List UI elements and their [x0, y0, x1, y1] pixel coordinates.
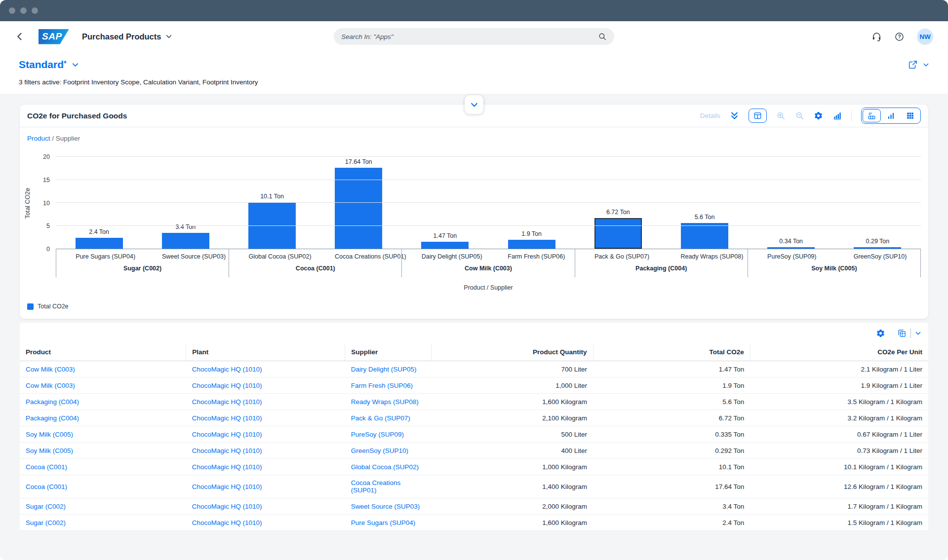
cell-link[interactable]: Soy Milk (C005)	[26, 431, 73, 438]
x-axis-group: Pure Sugars (SUP04)Sweet Source (SUP03)S…	[56, 249, 229, 277]
cell-link[interactable]: Cow Milk (C003)	[26, 382, 75, 389]
cell-link[interactable]: ChocoMagic HQ (1010)	[192, 447, 262, 454]
view-switch-segmented-control	[861, 108, 921, 124]
cell-link[interactable]: Soy Milk (C005)	[26, 447, 73, 454]
details-button[interactable]: Details	[700, 112, 720, 119]
zoom-in-icon[interactable]	[776, 111, 786, 120]
search-input[interactable]: Search In: "Apps"	[334, 28, 614, 45]
cell-link[interactable]: ChocoMagic HQ (1010)	[192, 398, 262, 406]
cell-link[interactable]: ChocoMagic HQ (1010)	[192, 503, 262, 510]
app-title-menu[interactable]: Purchased Products	[82, 32, 172, 41]
bar[interactable]	[421, 242, 469, 249]
cell-link[interactable]: Packaging (C004)	[26, 398, 79, 406]
cell-link[interactable]: ChocoMagic HQ (1010)	[192, 431, 262, 438]
chevron-down-icon[interactable]	[72, 61, 79, 69]
cell-link[interactable]: Ready Wraps (SUP08)	[351, 398, 419, 406]
cell-value: 2.4 Ton	[593, 515, 750, 531]
cell-link[interactable]: ChocoMagic HQ (1010)	[192, 483, 262, 490]
bar[interactable]	[767, 247, 815, 249]
chevron-down-icon	[470, 101, 478, 109]
gridline	[56, 225, 921, 226]
support-headset-icon[interactable]	[871, 32, 882, 42]
x-axis-category-label: Cocoa (C001)	[229, 260, 401, 277]
table-row[interactable]: Sugar (C002)ChocoMagic HQ (1010)Sweet So…	[20, 498, 928, 515]
column-header[interactable]: Product	[20, 343, 186, 361]
cell-link[interactable]: Sugar (C002)	[26, 503, 66, 510]
cell-link[interactable]: ChocoMagic HQ (1010)	[192, 414, 262, 422]
breadcrumb-product-link[interactable]: Product	[27, 135, 50, 142]
bar-data-label: 1.9 Ton	[521, 230, 542, 237]
window-maximize-dot[interactable]	[32, 7, 38, 14]
expand-double-chevron-icon[interactable]	[730, 111, 739, 120]
bar-slot: 10.1 Ton	[248, 157, 296, 249]
bar-selected[interactable]	[594, 218, 642, 249]
view-chart-table-button[interactable]	[863, 109, 881, 122]
bar[interactable]	[76, 238, 123, 249]
window-minimize-dot[interactable]	[20, 7, 27, 14]
bar[interactable]	[681, 223, 728, 249]
column-header[interactable]: Total CO2e	[593, 343, 750, 361]
shell-header: SAP Purchased Products Search In: "Apps"…	[0, 21, 948, 52]
window-close-dot[interactable]	[9, 7, 15, 14]
table-row[interactable]: Cow Milk (C003)ChocoMagic HQ (1010)Dairy…	[20, 361, 928, 377]
table-row[interactable]: Sugar (C002)ChocoMagic HQ (1010)Pure Sug…	[20, 515, 928, 531]
zoom-out-icon[interactable]	[795, 111, 804, 120]
table-row[interactable]: Soy Milk (C005)ChocoMagic HQ (1010)PureS…	[20, 426, 928, 443]
show-legend-toggle-button[interactable]	[749, 109, 767, 123]
bar[interactable]	[854, 247, 901, 249]
cell-link[interactable]: Sweet Source (SUP03)	[351, 503, 420, 510]
view-table-button[interactable]	[901, 109, 919, 122]
chevron-down-icon[interactable]	[923, 62, 929, 68]
avatar[interactable]: NW	[917, 29, 933, 45]
table-settings-gear-icon[interactable]	[876, 329, 885, 338]
cell-link[interactable]: PureSoy (SUP09)	[351, 431, 404, 438]
x-axis-title: Product / Supplier	[56, 284, 921, 291]
bar[interactable]	[162, 233, 209, 249]
cell-value: 5.6 Ton	[593, 394, 750, 410]
sap-logo[interactable]: SAP	[39, 29, 69, 44]
cell-link[interactable]: Cocoa (C001)	[26, 463, 67, 471]
cell-link[interactable]: Cow Milk (C003)	[26, 366, 75, 373]
column-header[interactable]: Supplier	[345, 343, 432, 361]
cell-link[interactable]: GreenSoy (SUP10)	[351, 447, 408, 454]
table-row[interactable]: Soy Milk (C005)ChocoMagic HQ (1010)Green…	[20, 443, 928, 459]
table-row[interactable]: Cocoa (C001)ChocoMagic HQ (1010)Cocoa Cr…	[20, 475, 928, 498]
x-axis-group: Global Cocoa (SUP02)Cocoa Creations (SUP…	[229, 249, 401, 277]
bar[interactable]	[335, 168, 382, 249]
variant-selector[interactable]: Standard*	[19, 59, 66, 71]
view-chart-button[interactable]	[882, 109, 900, 122]
cell-link[interactable]: Farm Fresh (SUP06)	[351, 382, 413, 389]
column-header[interactable]: Product Quantity	[432, 343, 593, 361]
export-menu-button[interactable]	[897, 329, 921, 338]
bar[interactable]	[508, 240, 555, 249]
table-row[interactable]: Packaging (C004)ChocoMagic HQ (1010)Read…	[20, 394, 928, 410]
chart-settings-gear-icon[interactable]	[814, 111, 823, 120]
cell-link[interactable]: ChocoMagic HQ (1010)	[192, 382, 262, 389]
back-icon[interactable]	[15, 32, 25, 41]
table-row[interactable]: Cocoa (C001)ChocoMagic HQ (1010)Global C…	[20, 459, 928, 475]
cell-link[interactable]: ChocoMagic HQ (1010)	[192, 519, 262, 526]
column-header[interactable]: CO2e Per Unit	[750, 343, 928, 361]
table-row[interactable]: Cow Milk (C003)ChocoMagic HQ (1010)Farm …	[20, 377, 928, 394]
cell-link[interactable]: Dairy Delight (SUP05)	[351, 366, 417, 373]
search-icon[interactable]	[598, 32, 607, 41]
table-row[interactable]: Packaging (C004)ChocoMagic HQ (1010)Pack…	[20, 410, 928, 426]
chart-title: CO2e for Purchased Goods	[27, 112, 127, 120]
chart-groups: 2.4 Ton3.4 Ton10.1 Ton17.64 Ton1.47 Ton1…	[56, 157, 921, 249]
cell-link[interactable]: Pure Sugars (SUP04)	[351, 519, 416, 526]
cell-link[interactable]: ChocoMagic HQ (1010)	[192, 366, 262, 373]
cell-link[interactable]: Pack & Go (SUP07)	[351, 414, 410, 422]
cell-value: 1,600 Kilogram	[432, 515, 593, 531]
help-icon[interactable]: ?	[894, 32, 905, 42]
share-icon[interactable]	[908, 60, 918, 70]
column-header[interactable]: Plant	[186, 343, 345, 361]
cell-link[interactable]: Sugar (C002)	[26, 519, 66, 526]
cell-link[interactable]: Packaging (C004)	[26, 414, 79, 422]
export-split-separator	[910, 329, 911, 338]
cell-link[interactable]: Cocoa (C001)	[26, 483, 67, 490]
chart-type-icon[interactable]	[832, 111, 842, 120]
cell-link[interactable]: Cocoa Creations (SUP01)	[351, 479, 401, 494]
cell-link[interactable]: ChocoMagic HQ (1010)	[192, 463, 262, 471]
collapse-header-button[interactable]	[465, 95, 483, 114]
cell-link[interactable]: Global Cocoa (SUP02)	[351, 463, 419, 471]
